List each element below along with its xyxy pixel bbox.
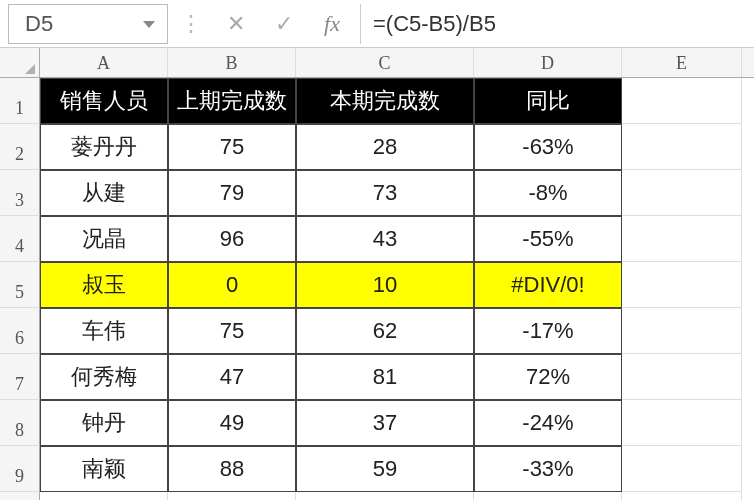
formula-text: =(C5-B5)/B5 [373, 11, 496, 37]
table-row: 2 蒌丹丹 75 28 -63% [0, 124, 754, 170]
row-header-8[interactable]: 8 [0, 400, 40, 446]
cell-C2[interactable]: 28 [296, 124, 474, 170]
cell-A6[interactable]: 车伟 [40, 308, 168, 354]
row-header-9[interactable]: 9 [0, 446, 40, 492]
cell-A7[interactable]: 何秀梅 [40, 354, 168, 400]
cell-E2[interactable] [622, 124, 742, 170]
cell-C5[interactable]: 10 [296, 262, 474, 308]
cell-E7[interactable] [622, 354, 742, 400]
column-headers: A B C D E [0, 48, 754, 78]
spreadsheet-grid: A B C D E 1 销售人员 上期完成数 本期完成数 同比 2 蒌丹丹 75… [0, 48, 754, 500]
column-header-A[interactable]: A [40, 48, 168, 77]
table-header-row: 1 销售人员 上期完成数 本期完成数 同比 [0, 78, 754, 124]
cell-D4[interactable]: -55% [474, 216, 622, 262]
cell-C7[interactable]: 81 [296, 354, 474, 400]
cell-D3[interactable]: -8% [474, 170, 622, 216]
formula-input[interactable]: =(C5-B5)/B5 [360, 4, 746, 44]
cell-E4[interactable] [622, 216, 742, 262]
row-header-1[interactable]: 1 [0, 78, 40, 124]
cell-B8[interactable]: 49 [168, 400, 296, 446]
check-icon: ✓ [275, 11, 293, 37]
table-row-empty: 10 [0, 492, 754, 500]
column-header-D[interactable]: D [474, 48, 622, 77]
column-header-B[interactable]: B [168, 48, 296, 77]
cell-E5[interactable] [622, 262, 742, 308]
cell-B10[interactable] [168, 492, 296, 500]
header-cell-current[interactable]: 本期完成数 [296, 78, 474, 124]
cell-A8[interactable]: 钟丹 [40, 400, 168, 446]
table-row: 7 何秀梅 47 81 72% [0, 354, 754, 400]
table-row: 4 况晶 96 43 -55% [0, 216, 754, 262]
cell-E6[interactable] [622, 308, 742, 354]
cell-B6[interactable]: 75 [168, 308, 296, 354]
cell-E1[interactable] [622, 78, 742, 124]
cell-B4[interactable]: 96 [168, 216, 296, 262]
cell-E8[interactable] [622, 400, 742, 446]
cell-D8[interactable]: -24% [474, 400, 622, 446]
cell-C8[interactable]: 37 [296, 400, 474, 446]
table-row: 8 钟丹 49 37 -24% [0, 400, 754, 446]
formula-bar: D5 ⋮ ✕ ✓ fx =(C5-B5)/B5 [0, 0, 754, 48]
select-all-corner[interactable] [0, 48, 40, 77]
cell-D2[interactable]: -63% [474, 124, 622, 170]
table-row: 9 南颖 88 59 -33% [0, 446, 754, 492]
row-header-5[interactable]: 5 [0, 262, 40, 308]
cell-B3[interactable]: 79 [168, 170, 296, 216]
name-box[interactable]: D5 [8, 4, 168, 44]
cell-C10[interactable] [296, 492, 474, 500]
cell-E10[interactable] [622, 492, 742, 500]
cell-B7[interactable]: 47 [168, 354, 296, 400]
column-header-C[interactable]: C [296, 48, 474, 77]
cell-D5[interactable]: #DIV/0! [474, 262, 622, 308]
cell-A3[interactable]: 从建 [40, 170, 168, 216]
cell-B9[interactable]: 88 [168, 446, 296, 492]
cell-B5[interactable]: 0 [168, 262, 296, 308]
cell-A10[interactable] [40, 492, 168, 500]
cell-D7[interactable]: 72% [474, 354, 622, 400]
cell-reference: D5 [25, 11, 53, 37]
cell-D9[interactable]: -33% [474, 446, 622, 492]
cancel-formula-button[interactable]: ✕ [216, 6, 256, 42]
table-row: 3 从建 79 73 -8% [0, 170, 754, 216]
cell-B2[interactable]: 75 [168, 124, 296, 170]
column-header-E[interactable]: E [622, 48, 742, 77]
cell-C4[interactable]: 43 [296, 216, 474, 262]
insert-function-button[interactable]: fx [312, 6, 352, 42]
cell-D6[interactable]: -17% [474, 308, 622, 354]
formula-bar-divider: ⋮ [176, 11, 208, 37]
cell-A2[interactable]: 蒌丹丹 [40, 124, 168, 170]
row-header-7[interactable]: 7 [0, 354, 40, 400]
table-row: 6 车伟 75 62 -17% [0, 308, 754, 354]
cell-C6[interactable]: 62 [296, 308, 474, 354]
row-header-4[interactable]: 4 [0, 216, 40, 262]
cell-C9[interactable]: 59 [296, 446, 474, 492]
cell-D10[interactable] [474, 492, 622, 500]
cell-C3[interactable]: 73 [296, 170, 474, 216]
row-header-6[interactable]: 6 [0, 308, 40, 354]
name-box-dropdown-icon[interactable] [141, 15, 159, 33]
cell-A5[interactable]: 叔玉 [40, 262, 168, 308]
cell-E3[interactable] [622, 170, 742, 216]
cell-A4[interactable]: 况晶 [40, 216, 168, 262]
row-header-10[interactable]: 10 [0, 492, 40, 500]
table-row-highlighted: 5 叔玉 0 10 #DIV/0! [0, 262, 754, 308]
row-header-2[interactable]: 2 [0, 124, 40, 170]
header-cell-ratio[interactable]: 同比 [474, 78, 622, 124]
accept-formula-button[interactable]: ✓ [264, 6, 304, 42]
cell-A9[interactable]: 南颖 [40, 446, 168, 492]
row-header-3[interactable]: 3 [0, 170, 40, 216]
fx-icon: fx [324, 11, 340, 37]
header-cell-salesperson[interactable]: 销售人员 [40, 78, 168, 124]
header-cell-prev[interactable]: 上期完成数 [168, 78, 296, 124]
cell-E9[interactable] [622, 446, 742, 492]
close-icon: ✕ [227, 11, 245, 37]
